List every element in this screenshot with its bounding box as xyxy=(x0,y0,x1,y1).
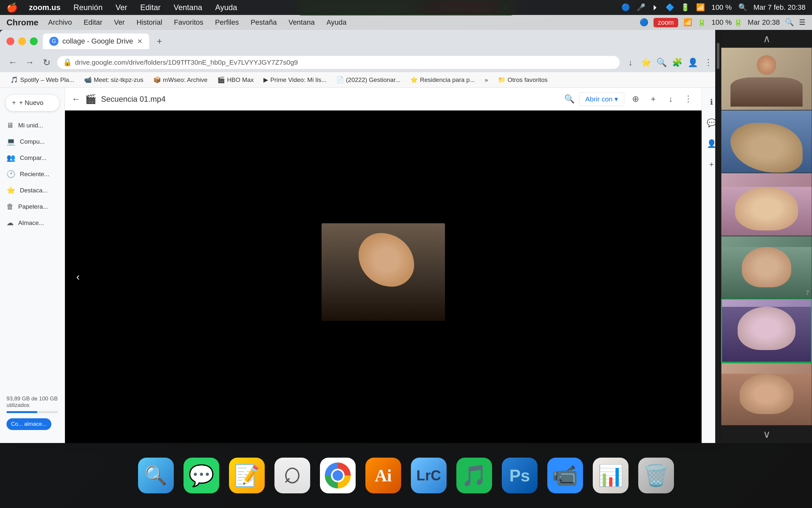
dock-item-keynote[interactable]: 📊 xyxy=(593,458,628,493)
bookmark-more-icon: » xyxy=(485,76,488,84)
dock-item-zoom[interactable]: 📹 xyxy=(547,458,583,493)
video-player-area[interactable]: ‹ xyxy=(65,111,702,443)
previous-video-button[interactable]: ‹ xyxy=(68,267,88,287)
search-icon[interactable]: 🔍 xyxy=(738,3,747,12)
ver-chrome-menu[interactable]: Ver xyxy=(112,17,127,27)
ventana-menu[interactable]: Ventana xyxy=(172,2,204,13)
back-button[interactable]: ← xyxy=(6,56,19,69)
bluetooth-icon: 🔷 xyxy=(666,3,674,12)
dock-item-whatsapp[interactable]: 💬 xyxy=(184,458,219,493)
tab-close-button[interactable]: ✕ xyxy=(137,37,143,45)
drive-nav-starred[interactable]: ⭐ Destaca... xyxy=(0,183,61,198)
profile-button[interactable]: 👤 xyxy=(687,56,699,69)
get-storage-button[interactable]: Co... almace... xyxy=(6,418,51,430)
bookmark-mwseo-icon: 📦 xyxy=(153,76,161,84)
drive-download-button[interactable]: ↓ xyxy=(664,92,677,106)
drive-nav-shared[interactable]: 👥 Compar... xyxy=(0,151,61,165)
forward-button[interactable]: → xyxy=(23,56,36,69)
apple-menu[interactable]: 🍎 xyxy=(6,2,18,13)
tab-title: collage - Google Drive xyxy=(62,37,133,45)
drive-new-window-button[interactable]: ⊕ xyxy=(629,92,642,106)
dock-item-spotify[interactable]: 🎵 xyxy=(456,458,492,493)
scrollbar-thumb xyxy=(717,43,719,69)
participant-video-2 xyxy=(721,110,812,173)
bookmark-residencia[interactable]: ⭐ Residencia para p... xyxy=(406,75,479,85)
bookmark-otros-icon: 📁 xyxy=(498,76,506,84)
dock-item-freeform[interactable] xyxy=(275,458,310,493)
dock-item-trash[interactable]: 🗑️ xyxy=(638,458,674,493)
reunion-menu[interactable]: Reunión xyxy=(71,2,104,13)
participant-4-face xyxy=(742,247,792,287)
zoom-button[interactable]: 🔍 xyxy=(656,56,668,69)
drive-nav-my-drive[interactable]: 🖥 Mi unid... xyxy=(0,118,61,133)
bookmark-otros-favoritos[interactable]: 📁 Otros favoritos xyxy=(494,75,552,85)
drive-back-button[interactable]: ← xyxy=(71,94,81,104)
bookmark-more[interactable]: » xyxy=(481,75,492,85)
bookmark-primevideo[interactable]: ▶ Prime Video: Mi lis... xyxy=(259,75,330,85)
drive-search-button[interactable]: 🔍 xyxy=(564,94,575,104)
menu-toggle-icon: ☰ xyxy=(799,18,806,27)
new-tab-button[interactable]: + xyxy=(157,36,162,46)
bookmark-button[interactable]: ⭐ xyxy=(640,56,652,69)
favoritos-menu[interactable]: Favoritos xyxy=(172,17,205,27)
participants-scroll-down[interactable]: ∨ xyxy=(721,425,812,443)
refresh-button[interactable]: ↻ xyxy=(40,56,53,69)
bookmark-mwseo[interactable]: 📦 mWseo: Archive xyxy=(149,75,211,85)
lock-icon: 🔒 xyxy=(63,58,72,67)
chrome-titlebar: G collage - Google Drive ✕ + xyxy=(0,30,721,53)
ver-menu[interactable]: Ver xyxy=(114,2,129,13)
wifi-icon: 📶 xyxy=(696,3,705,12)
dock-item-chrome[interactable] xyxy=(320,458,356,493)
zoom-app-menu[interactable]: zoom.us xyxy=(27,2,62,13)
address-bar[interactable]: 🔒 drive.google.com/drive/folders/1D9TfT3… xyxy=(57,56,620,69)
close-button[interactable] xyxy=(6,37,14,45)
whatsapp-icon: 💬 xyxy=(184,458,219,493)
ayuda-chrome-menu[interactable]: Ayuda xyxy=(325,17,348,27)
dock-item-finder[interactable]: 🔍 xyxy=(138,458,174,493)
historial-menu[interactable]: Historial xyxy=(135,17,164,27)
battery-menubar-icon: 🔋 xyxy=(697,18,706,27)
file-type-icon: 🎬 xyxy=(85,94,96,104)
battery-icon: 🔋 xyxy=(681,3,689,12)
bookmark-meet[interactable]: 📹 Meet: siz-tkpz-zus xyxy=(80,75,147,85)
drive-add-to-drive-button[interactable]: + xyxy=(647,92,660,106)
open-with-button[interactable]: Abrir con ▾ xyxy=(579,92,624,106)
bookmark-spotify[interactable]: 🎵 Spotify – Web Pla... xyxy=(6,75,78,85)
perfiles-menu[interactable]: Perfiles xyxy=(213,17,241,27)
vertical-scrollbar[interactable] xyxy=(715,30,721,443)
participant-video-4: 7 xyxy=(721,236,812,299)
participants-scroll-up[interactable]: ∧ xyxy=(721,30,812,47)
drive-new-button[interactable]: + + Nuevo xyxy=(5,94,59,112)
extensions-button[interactable]: 🧩 xyxy=(671,56,683,69)
dock-item-notes[interactable]: 📝 xyxy=(229,458,265,493)
minimize-button[interactable] xyxy=(18,37,26,45)
dock-item-photoshop[interactable]: Ps xyxy=(502,458,537,493)
maximize-button[interactable] xyxy=(30,37,38,45)
zoom-status-badge: zoom xyxy=(654,18,678,27)
more-button[interactable]: ⋮ xyxy=(702,56,715,69)
ventana-chrome-menu[interactable]: Ventana xyxy=(286,17,317,27)
mac-menubar: 🍎 zoom.us Reunión Ver Editar Ventana Ayu… xyxy=(0,0,812,15)
drive-nav-storage[interactable]: ☁ Almace... xyxy=(0,215,61,230)
save-page-button[interactable]: ↓ xyxy=(624,56,636,69)
drive-nav-computers[interactable]: 💻 Compu... xyxy=(0,134,61,149)
gdrive-content: + + Nuevo 🖥 Mi unid... 💻 Compu... 👥 Comp… xyxy=(0,88,721,443)
drive-nav-trash[interactable]: 🗑 Papelera... xyxy=(0,199,61,214)
dock-item-lightroom[interactable]: LrC xyxy=(411,458,446,493)
chrome-tab[interactable]: G collage - Google Drive ✕ xyxy=(43,34,149,49)
drive-nav-recent[interactable]: 🕐 Reciente... xyxy=(0,167,61,182)
editar-menu[interactable]: Editar xyxy=(138,2,163,13)
participant-2-silhouette xyxy=(730,123,803,173)
participant-5-bg xyxy=(722,307,811,363)
dock-item-illustrator[interactable]: Ai xyxy=(366,458,401,493)
url-text[interactable]: drive.google.com/drive/folders/1D9TfT30n… xyxy=(75,58,298,66)
storage-icon: ☁ xyxy=(6,219,14,227)
pestana-menu[interactable]: Pestaña xyxy=(248,17,279,27)
editar-chrome-menu[interactable]: Editar xyxy=(82,17,104,27)
archivo-menu[interactable]: Archivo xyxy=(46,17,74,27)
bookmark-hbo[interactable]: 🎬 HBO Max xyxy=(213,75,257,85)
bookmark-gestionar[interactable]: 📄 (20222) Gestionar... xyxy=(332,75,404,85)
ayuda-menu[interactable]: Ayuda xyxy=(213,2,239,13)
freeform-icon xyxy=(275,458,310,493)
drive-more-button[interactable]: ⋮ xyxy=(681,92,695,106)
